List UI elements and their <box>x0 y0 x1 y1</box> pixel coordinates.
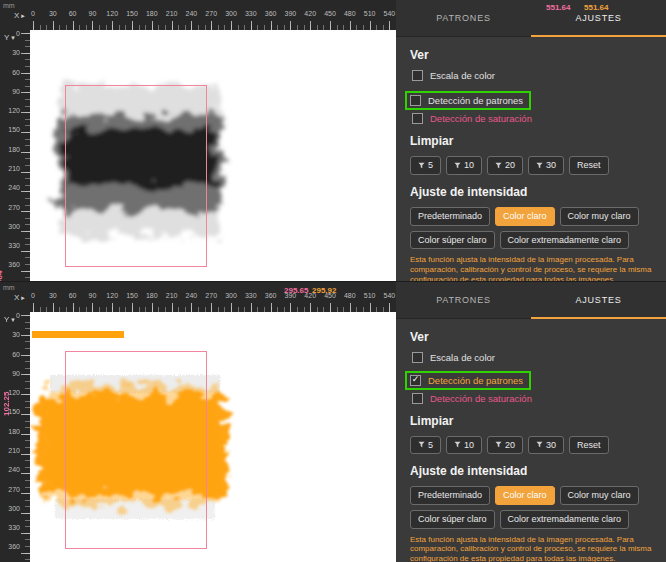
intensity-buttons-row1: Predeterminado Color claro Color muy cla… <box>410 486 654 505</box>
section-heading-intensidad: Ajuste de intensidad <box>410 185 654 199</box>
ruler-tick-label: 210 <box>0 165 20 172</box>
x-readout-orange: 295.92 <box>312 286 336 295</box>
intensity-buttons-row2: Color súper claro Color extremadamente c… <box>410 231 654 250</box>
image-canvas-top[interactable] <box>30 30 396 281</box>
image-canvas-bottom[interactable] <box>30 312 396 562</box>
ruler-tick-label: 240 <box>186 292 198 299</box>
ruler-tick-label: 240 <box>186 10 198 17</box>
section-heading-intensidad: Ajuste de intensidad <box>410 464 654 478</box>
ruler-tick-label: 150 <box>126 10 138 17</box>
option-row-deteccion-de-saturacion: Detección de saturación <box>412 393 654 404</box>
reset-button[interactable]: Reset <box>569 436 609 455</box>
selection-rectangle <box>65 85 207 267</box>
x-readout-pink: 551.64 <box>546 3 570 12</box>
clean-5-button[interactable]: 5 <box>410 156 441 175</box>
predeterminado-button[interactable]: Predeterminado <box>410 486 490 505</box>
tab-ajustes[interactable]: AJUSTES <box>531 282 666 318</box>
app-window: 0306090120150180210240270300330360390420… <box>0 0 666 562</box>
tab-patrones[interactable]: PATRONES <box>396 0 531 36</box>
ruler-major-ticks <box>21 33 30 281</box>
y-axis-arrow-icon: ▾ <box>9 316 14 323</box>
x-axis-arrow-icon: ▸ <box>19 12 24 19</box>
ruler-tick-label: 60 <box>69 292 77 299</box>
intensity-warning-text: Esta función ajusta la intensidad de la … <box>410 255 654 281</box>
ruler-tick-label: 180 <box>146 292 158 299</box>
color-muy-claro-button[interactable]: Color muy claro <box>560 486 639 505</box>
clean-30-button[interactable]: 30 <box>528 436 564 455</box>
option-row-escala-de-color: Escala de color <box>412 352 654 363</box>
settings-panel-bottom: PATRONES AJUSTES Ver Escala de color ✓ D… <box>396 282 666 562</box>
selection-rectangle <box>65 351 207 549</box>
option-label: Escala de color <box>430 70 495 81</box>
ruler-tick-label: 270 <box>205 10 217 17</box>
ruler-tick-label: 60 <box>0 350 20 357</box>
option-row-deteccion-de-patrones: ✓ Detección de patrones <box>410 375 523 386</box>
viewer-top: 0306090120150180210240270300330360390420… <box>0 0 396 281</box>
x-readout-orange: 551.64 <box>584 3 608 12</box>
ruler-tick-label: 150 <box>126 292 138 299</box>
color-extremadamente-claro-button[interactable]: Color extremadamente claro <box>500 510 630 529</box>
checkbox-deteccion-de-patrones[interactable]: ✓ <box>410 375 421 386</box>
checkbox-deteccion-de-patrones[interactable] <box>410 95 421 106</box>
ruler-tick-label: 480 <box>344 292 356 299</box>
option-label: Detección de patrones <box>428 95 523 106</box>
ruler-tick-label: 210 <box>166 292 178 299</box>
ruler-tick-label: 210 <box>166 10 178 17</box>
vertical-ruler: 0306090120150180210240270300330360390 <box>0 30 30 281</box>
ruler-tick-label: 360 <box>0 543 20 550</box>
filter-icon <box>495 441 502 448</box>
ruler-tick-label: 180 <box>146 10 158 17</box>
y-readout-pink: 102.25 <box>2 392 11 416</box>
checkbox-escala-de-color[interactable] <box>412 70 423 81</box>
ruler-corner: mm X ▸ <box>0 0 30 30</box>
y-axis-label: Y ▾ <box>4 315 15 324</box>
reset-button[interactable]: Reset <box>569 156 609 175</box>
clean-30-button[interactable]: 30 <box>528 156 564 175</box>
ruler-tick-label: 360 <box>0 261 20 268</box>
section-heading-limpiar: Limpiar <box>410 414 654 428</box>
clean-20-button[interactable]: 20 <box>487 156 523 175</box>
ruler-tick-label: 330 <box>245 292 257 299</box>
ruler-tick-label: 0 <box>31 292 35 299</box>
ruler-tick-label: 60 <box>0 68 20 75</box>
ruler-tick-label: 540 <box>384 292 396 299</box>
tab-patrones[interactable]: PATRONES <box>396 282 531 318</box>
ruler-tick-label: 60 <box>69 10 77 17</box>
ruler-tick-label: 390 <box>285 10 297 17</box>
option-label: Escala de color <box>430 352 495 363</box>
checkbox-deteccion-de-saturacion[interactable] <box>412 113 423 124</box>
clean-5-button[interactable]: 5 <box>410 436 441 455</box>
intensity-buttons-row1: Predeterminado Color claro Color muy cla… <box>410 207 654 226</box>
limpiar-buttons: 5 10 20 30 Reset <box>410 156 654 175</box>
bottom-half: 0306090120150180210240270300330360390420… <box>0 281 666 562</box>
ruler-major-ticks <box>33 303 396 312</box>
color-claro-button[interactable]: Color claro <box>495 207 555 226</box>
color-claro-button[interactable]: Color claro <box>495 486 555 505</box>
clean-10-button[interactable]: 10 <box>446 156 482 175</box>
ruler-major-ticks <box>33 21 396 30</box>
ruler-tick-label: 270 <box>205 292 217 299</box>
detected-pattern-bar <box>32 331 124 338</box>
color-muy-claro-button[interactable]: Color muy claro <box>560 207 639 226</box>
color-super-claro-button[interactable]: Color súper claro <box>410 231 495 250</box>
ruler-tick-label: 90 <box>88 10 96 17</box>
option-row-escala-de-color: Escala de color <box>412 70 654 81</box>
ruler-tick-label: 270 <box>0 203 20 210</box>
y-axis-label: Y ▾ <box>4 33 15 42</box>
checkbox-deteccion-de-saturacion[interactable] <box>412 393 423 404</box>
clean-20-button[interactable]: 20 <box>487 436 523 455</box>
ruler-tick-label: 300 <box>0 504 20 511</box>
y-axis-arrow-icon: ▾ <box>9 34 14 41</box>
clean-10-button[interactable]: 10 <box>446 436 482 455</box>
predeterminado-button[interactable]: Predeterminado <box>410 207 490 226</box>
unit-label: mm <box>3 2 15 9</box>
checkbox-escala-de-color[interactable] <box>412 352 423 363</box>
ruler-tick-label: 480 <box>344 10 356 17</box>
ruler-tick-label: 90 <box>0 87 20 94</box>
color-super-claro-button[interactable]: Color súper claro <box>410 510 495 529</box>
color-extremadamente-claro-button[interactable]: Color extremadamente claro <box>500 231 630 250</box>
ruler-tick-label: 240 <box>0 466 20 473</box>
filter-icon <box>418 162 425 169</box>
vertical-ruler: 0306090120150180210240270300330360390 <box>0 312 30 562</box>
highlight-box-deteccion-patrones: Detección de patrones <box>405 91 531 110</box>
